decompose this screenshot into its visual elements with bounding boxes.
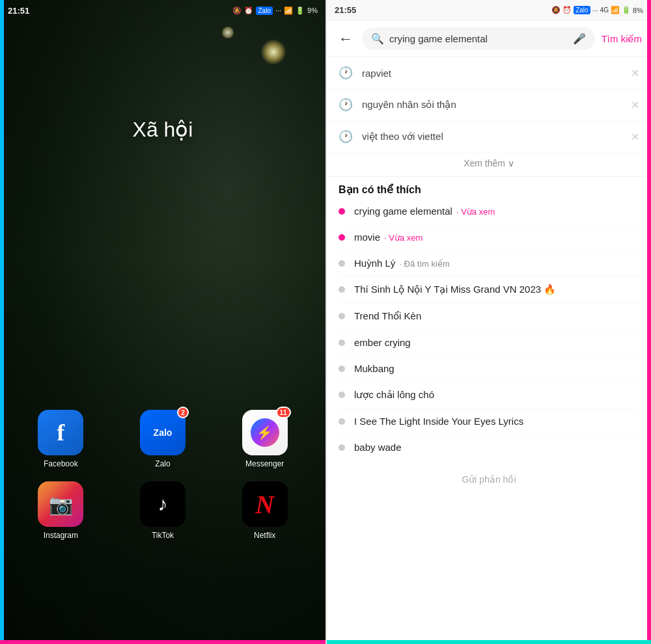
right-border-accent-teal bbox=[327, 640, 651, 644]
alarm-icon: ⏰ bbox=[244, 7, 253, 15]
recent-item-2[interactable]: 🕐 việt theo với viettel ✕ bbox=[327, 121, 651, 153]
left-border-accent-pink bbox=[0, 640, 326, 644]
right-notification-icon: 🔕 bbox=[551, 6, 561, 14]
suggestion-text-1: movie· Vừa xem bbox=[354, 232, 639, 243]
app-icon-zalo[interactable]: 2 bbox=[140, 410, 186, 455]
recent-text-1: nguyên nhân sỏi thận bbox=[362, 99, 622, 111]
close-recent-0[interactable]: ✕ bbox=[631, 67, 639, 79]
right-alarm-icon: ⏰ bbox=[562, 6, 572, 14]
app-item-netflix[interactable]: N Netflix bbox=[217, 481, 312, 540]
right-status-time: 21:55 bbox=[335, 5, 356, 15]
dot-icon-2 bbox=[339, 260, 345, 267]
suggestion-text-2: Huỳnh Lý· Đã tìm kiếm bbox=[354, 258, 639, 269]
recent-searches-section: 🕐 rapviet ✕ 🕐 nguyên nhân sỏi thận ✕ 🕐 v… bbox=[327, 57, 651, 176]
app-item-tiktok[interactable]: ♪ TikTok bbox=[115, 481, 211, 540]
more-icon: ··· bbox=[275, 7, 281, 14]
tim-kiem-button[interactable]: Tìm kiếm bbox=[602, 33, 642, 45]
dot-icon-0 bbox=[339, 208, 345, 215]
app-icon-facebook[interactable] bbox=[38, 410, 83, 455]
suggestion-item-4[interactable]: Trend Thổi Kèn bbox=[339, 303, 639, 330]
app-label-tiktok: TikTok bbox=[152, 531, 174, 540]
app-item-instagram[interactable]: Instagram bbox=[13, 481, 109, 540]
battery-percent: 9% bbox=[307, 7, 318, 14]
zalo-icon: Zalo bbox=[256, 7, 272, 15]
right-battery-percent: 8% bbox=[633, 7, 643, 14]
close-recent-1[interactable]: ✕ bbox=[631, 99, 639, 111]
suggestions-section: Bạn có thể thích crying game elemental· … bbox=[327, 176, 651, 465]
dot-icon-6 bbox=[339, 366, 345, 372]
left-status-time: 21:51 bbox=[8, 6, 29, 16]
clock-icon-0: 🕐 bbox=[339, 66, 353, 80]
mic-icon[interactable]: 🎤 bbox=[573, 33, 586, 45]
suggestion-text-0: crying game elemental· Vừa xem bbox=[354, 206, 639, 217]
app-icon-netflix[interactable]: N bbox=[242, 481, 288, 527]
right-phone-panel: 21:55 🔕 ⏰ Zalo ··· 4G 📶 🔋 8% ← 🔍 🎤 Tìm k… bbox=[326, 0, 651, 644]
recent-item-0[interactable]: 🕐 rapviet ✕ bbox=[327, 57, 651, 89]
suggestion-item-6[interactable]: Mukbang bbox=[339, 356, 639, 382]
notification-icon: 🔕 bbox=[232, 7, 242, 15]
suggestion-text-6: Mukbang bbox=[354, 363, 639, 374]
see-more-text: Xem thêm ∨ bbox=[464, 158, 514, 168]
feedback-text: Gửi phản hồi bbox=[462, 474, 516, 485]
suggestion-item-5[interactable]: ember crying bbox=[339, 330, 639, 356]
app-label-zalo: Zalo bbox=[155, 459, 170, 468]
messenger-badge: 11 bbox=[276, 407, 291, 418]
left-section-title-area: Xã hội bbox=[0, 117, 326, 142]
see-more-row[interactable]: Xem thêm ∨ bbox=[327, 153, 651, 176]
recent-item-1[interactable]: 🕐 nguyên nhân sỏi thận ✕ bbox=[327, 89, 651, 121]
right-border-accent-pink bbox=[647, 0, 651, 644]
app-item-messenger[interactable]: 11 Messenger bbox=[217, 410, 312, 468]
background-light-1 bbox=[260, 39, 286, 65]
recent-text-0: rapviet bbox=[362, 68, 622, 79]
suggestion-item-3[interactable]: Thí Sinh Lộ Nội Y Tại Miss Grand VN 2023… bbox=[339, 276, 639, 303]
netflix-n-logo: N bbox=[255, 489, 274, 520]
dot-icon-4 bbox=[339, 313, 345, 319]
back-button[interactable]: ← bbox=[336, 28, 355, 50]
suggestion-text-7: lược chải lông chó bbox=[354, 389, 639, 401]
signal-icon: 📶 bbox=[284, 7, 293, 15]
right-status-bar: 21:55 🔕 ⏰ Zalo ··· 4G 📶 🔋 8% bbox=[327, 0, 651, 21]
app-label-netflix: Netflix bbox=[254, 531, 275, 540]
tiktok-note-icon: ♪ bbox=[158, 493, 167, 515]
left-section-title: Xã hội bbox=[133, 118, 193, 141]
app-icon-instagram[interactable] bbox=[38, 481, 83, 527]
app-icon-messenger[interactable]: 11 bbox=[242, 410, 288, 455]
clock-icon-2: 🕐 bbox=[339, 129, 353, 144]
suggestion-item-2[interactable]: Huỳnh Lý· Đã tìm kiếm bbox=[339, 250, 639, 276]
right-battery-icon: 🔋 bbox=[622, 6, 631, 14]
suggestion-item-0[interactable]: crying game elemental· Vừa xem bbox=[339, 198, 639, 224]
suggestions-title: Bạn có thể thích bbox=[339, 183, 639, 196]
suggestion-item-1[interactable]: movie· Vừa xem bbox=[339, 224, 639, 250]
search-container: ← 🔍 🎤 Tìm kiếm bbox=[327, 21, 651, 57]
suggestion-text-4: Trend Thổi Kèn bbox=[354, 310, 639, 322]
app-item-zalo[interactable]: 2 Zalo bbox=[115, 410, 211, 468]
right-status-icons: 🔕 ⏰ Zalo ··· 4G 📶 🔋 8% bbox=[551, 6, 643, 14]
search-box[interactable]: 🔍 🎤 bbox=[362, 27, 595, 50]
left-phone-panel: 21:51 🔕 ⏰ Zalo ··· 📶 🔋 9% Xã hội Faceboo… bbox=[0, 0, 326, 644]
background-light-2 bbox=[221, 26, 234, 39]
app-label-facebook: Facebook bbox=[44, 459, 78, 468]
feedback-row[interactable]: Gửi phản hồi bbox=[327, 465, 651, 494]
app-item-facebook[interactable]: Facebook bbox=[13, 410, 109, 468]
suggestion-text-3: Thí Sinh Lộ Nội Y Tại Miss Grand VN 2023… bbox=[354, 284, 639, 295]
suggestion-text-8: I See The Light Inside Your Eyes Lyrics bbox=[354, 416, 639, 427]
app-icon-tiktok[interactable]: ♪ bbox=[140, 481, 186, 527]
tiktok-inner-icon: ♪ bbox=[151, 492, 174, 516]
recent-text-2: việt theo với viettel bbox=[362, 131, 622, 142]
zalo-badge: 2 bbox=[177, 407, 189, 418]
suggestion-item-9[interactable]: baby wade bbox=[339, 435, 639, 460]
close-recent-2[interactable]: ✕ bbox=[631, 131, 639, 143]
suggestion-item-7[interactable]: lược chải lông chó bbox=[339, 382, 639, 409]
right-4g-icon: 4G bbox=[600, 7, 609, 14]
left-border-accent-blue bbox=[0, 0, 4, 644]
dot-icon-5 bbox=[339, 340, 345, 346]
left-status-icons: 🔕 ⏰ Zalo ··· 📶 🔋 9% bbox=[232, 7, 318, 15]
suggestion-text-9: baby wade bbox=[354, 442, 639, 453]
app-label-messenger: Messenger bbox=[245, 459, 284, 468]
search-icon: 🔍 bbox=[371, 33, 384, 45]
suggestion-item-8[interactable]: I See The Light Inside Your Eyes Lyrics bbox=[339, 409, 639, 435]
messenger-inner-icon bbox=[251, 418, 279, 447]
search-input[interactable] bbox=[389, 33, 568, 44]
dot-icon-9 bbox=[339, 444, 345, 451]
right-more-icon: ··· bbox=[592, 7, 598, 14]
